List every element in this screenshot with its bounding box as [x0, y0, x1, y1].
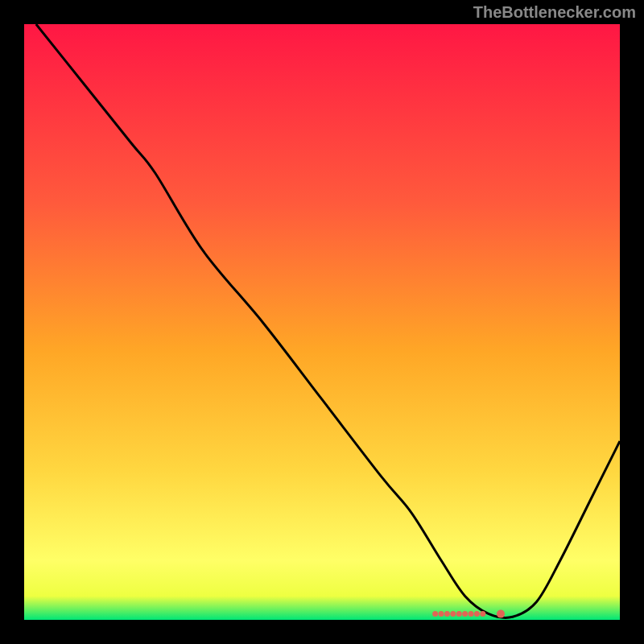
curve-layer [24, 24, 620, 620]
marker-point [462, 611, 468, 617]
chart-container: TheBottlenecker.com [0, 0, 644, 644]
marker-point [474, 611, 480, 617]
marker-point [497, 610, 505, 618]
marker-point [480, 611, 485, 617]
plot-area [24, 24, 620, 620]
watermark-text: TheBottlenecker.com [473, 3, 636, 22]
bottleneck-curve [36, 24, 620, 617]
marker-point [469, 611, 474, 617]
marker-point [432, 611, 438, 617]
marker-point [456, 611, 462, 617]
marker-point [439, 611, 444, 617]
marker-point [444, 611, 450, 617]
marker-point [450, 611, 456, 617]
